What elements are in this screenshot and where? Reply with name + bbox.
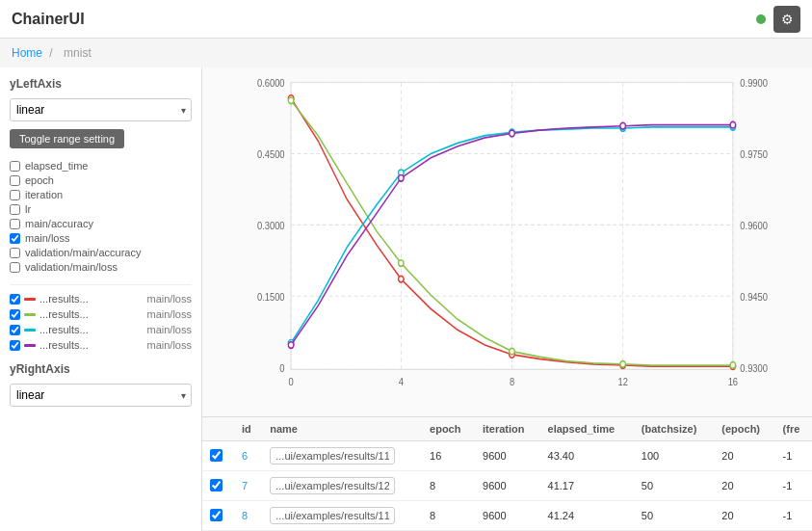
- row-checkbox-cell: [202, 501, 234, 531]
- y-left-scale-select[interactable]: linear log: [10, 98, 192, 121]
- checkbox-lr[interactable]: [10, 204, 20, 215]
- row-name-1: [262, 471, 422, 501]
- row-id-link-0[interactable]: 6: [242, 450, 248, 462]
- checkbox-item-iteration: iteration: [10, 189, 192, 200]
- row-fre-0: -1: [775, 441, 812, 471]
- row-id-0: 6: [234, 441, 262, 471]
- series-color-2: [24, 329, 36, 332]
- y-right-scale-select[interactable]: linear log: [10, 384, 192, 407]
- row-id-link-2[interactable]: 8: [242, 510, 248, 521]
- svg-point-35: [730, 362, 736, 369]
- row-fre-2: -1: [775, 501, 812, 531]
- row-name-input-2[interactable]: [270, 507, 395, 524]
- row-checkbox-2[interactable]: [210, 509, 223, 521]
- series-color-3: [24, 344, 36, 347]
- svg-point-45: [730, 121, 736, 128]
- svg-text:8: 8: [510, 376, 514, 387]
- row-elapsed-time-0: 43.40: [540, 441, 634, 471]
- row-elapsed-time-1: 41.17: [540, 471, 634, 501]
- label-lr: lr: [25, 203, 31, 215]
- y-right-scale-select-wrapper: linear log: [10, 384, 192, 407]
- series-metric-2: main/loss: [147, 324, 192, 335]
- metrics-checkbox-list: elapsed_time epoch iteration lr main/acc…: [10, 160, 192, 273]
- breadcrumb-home[interactable]: Home: [12, 46, 42, 60]
- checkbox-validation-main-loss[interactable]: [10, 262, 20, 273]
- row-id-1: 7: [234, 471, 262, 501]
- row-ep-2: 20: [714, 501, 774, 531]
- svg-point-42: [399, 174, 405, 181]
- svg-text:4: 4: [399, 376, 404, 387]
- series-name-1: ...results...: [39, 308, 102, 320]
- series-metric-3: main/loss: [147, 339, 192, 351]
- label-main-loss: main/loss: [25, 232, 69, 244]
- row-ep-0: 20: [714, 441, 774, 471]
- sidebar: yLeftAxis linear log Toggle range settin…: [0, 67, 202, 531]
- checkbox-item-validation-main-accuracy: validation/main/accuracy: [10, 247, 192, 258]
- col-header-iteration: iteration: [475, 417, 539, 441]
- series-metric-0: main/loss: [147, 293, 192, 305]
- row-epoch-2: 8: [422, 501, 475, 531]
- series-checkbox-0[interactable]: [10, 294, 20, 305]
- series-color-1: [24, 313, 36, 316]
- status-indicator: [756, 14, 766, 24]
- row-checkbox-1[interactable]: [210, 479, 223, 491]
- series-checkbox-1[interactable]: [10, 309, 20, 320]
- row-batchsize-2: 50: [634, 501, 714, 531]
- row-name-input-0[interactable]: [270, 447, 395, 465]
- svg-text:0: 0: [279, 362, 284, 374]
- breadcrumb-separator: /: [49, 46, 52, 60]
- checkbox-item-main-loss: main/loss: [10, 232, 192, 244]
- checkbox-epoch[interactable]: [10, 175, 20, 186]
- svg-point-31: [288, 97, 294, 104]
- row-batchsize-0: 100: [634, 441, 714, 471]
- checkbox-elapsed-time[interactable]: [10, 161, 20, 172]
- svg-text:0.3000: 0.3000: [257, 220, 285, 231]
- series-metric-1: main/loss: [147, 308, 192, 320]
- checkbox-iteration[interactable]: [10, 190, 20, 200]
- settings-button[interactable]: ⚙: [773, 6, 800, 33]
- row-name-input-1[interactable]: [270, 477, 395, 494]
- svg-text:0.9750: 0.9750: [740, 148, 768, 160]
- svg-text:0: 0: [289, 376, 294, 387]
- svg-text:0.9450: 0.9450: [740, 291, 768, 303]
- row-ep-1: 20: [714, 471, 774, 501]
- breadcrumb: Home / mnist: [0, 39, 812, 67]
- row-iteration-0: 9600: [475, 441, 539, 471]
- table-row: 6 16 9600 43.40 100 20 -1: [202, 441, 812, 471]
- svg-text:0.1500: 0.1500: [257, 291, 285, 303]
- label-validation-main-accuracy: validation/main/accuracy: [25, 247, 141, 258]
- y-right-axis-label: yRightAxis: [10, 362, 192, 376]
- table-row: 8 8 9600 41.24 50 20 -1: [202, 501, 812, 531]
- row-checkbox-0[interactable]: [210, 449, 223, 462]
- checkbox-item-elapsed-time: elapsed_time: [10, 160, 192, 172]
- series-checkbox-2[interactable]: [10, 325, 20, 335]
- svg-point-44: [620, 122, 626, 129]
- series-checkbox-3[interactable]: [10, 340, 20, 351]
- header-right: ⚙: [756, 6, 800, 33]
- main-layout: yLeftAxis linear log Toggle range settin…: [0, 67, 812, 531]
- row-checkbox-cell: [202, 441, 234, 471]
- gear-icon: ⚙: [781, 12, 794, 27]
- svg-text:0.6000: 0.6000: [257, 77, 285, 89]
- row-checkbox-cell: [202, 471, 234, 501]
- results-table-area: id name epoch iteration elapsed_time (ba…: [202, 416, 812, 531]
- checkbox-main-accuracy[interactable]: [10, 219, 20, 229]
- label-main-accuracy: main/accuracy: [25, 218, 93, 229]
- col-header-id: id: [234, 417, 262, 441]
- row-id-link-1[interactable]: 7: [242, 480, 248, 491]
- content-area: .grid-line { stroke: #e0e0e0; stroke-wid…: [202, 67, 812, 531]
- y-left-scale-select-wrapper: linear log: [10, 98, 192, 121]
- col-header-elapsed-time: elapsed_time: [540, 417, 634, 441]
- label-validation-main-loss: validation/main/loss: [25, 261, 118, 273]
- svg-text:0.4500: 0.4500: [257, 148, 285, 160]
- toggle-range-button[interactable]: Toggle range setting: [10, 129, 124, 148]
- checkbox-main-loss[interactable]: [10, 233, 20, 244]
- checkbox-item-main-accuracy: main/accuracy: [10, 218, 192, 229]
- svg-point-33: [510, 348, 515, 355]
- col-header-name: name: [262, 417, 422, 441]
- chart-area: .grid-line { stroke: #e0e0e0; stroke-wid…: [202, 67, 812, 416]
- svg-point-43: [510, 130, 515, 137]
- svg-text:0.9600: 0.9600: [740, 220, 768, 231]
- checkbox-validation-main-accuracy[interactable]: [10, 248, 20, 258]
- label-elapsed-time: elapsed_time: [25, 160, 88, 172]
